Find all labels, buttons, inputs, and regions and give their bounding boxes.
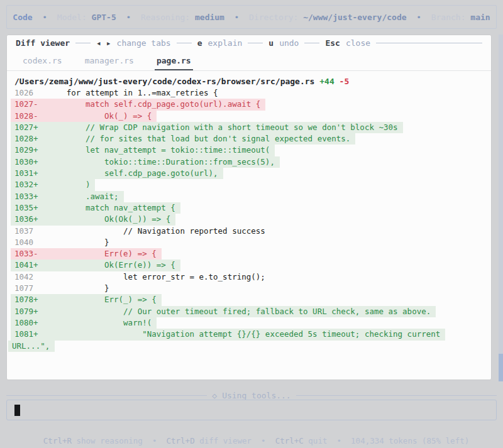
diff-tabs: codex.rsmanager.rspage.rs bbox=[7, 48, 491, 71]
diff-line: 1035+ match nav_attempt { bbox=[7, 202, 491, 214]
shortcut-action: close bbox=[346, 38, 370, 48]
deletions-count: -5 bbox=[340, 77, 350, 86]
line-number: 1026 bbox=[14, 87, 38, 99]
line-number: 1032+ bbox=[14, 179, 38, 190]
diff-line-highlight: 1078+ Err(_) => { bbox=[11, 294, 162, 305]
footer-shortcuts: Ctrl+R show reasoning • Ctrl+D diff view… bbox=[0, 427, 503, 445]
diff-line: 1078+ Err(_) => { bbox=[7, 294, 491, 305]
shortcut-action: explain bbox=[208, 38, 243, 48]
diff-viewer-header: Diff viewer◂ ▸change tabseexplainuundoEs… bbox=[7, 37, 491, 48]
line-text: match self.cdp_page.goto(url).await { bbox=[38, 99, 261, 109]
line-number: 1040 bbox=[14, 237, 38, 248]
diff-line: 1033- Err(e) => { bbox=[7, 248, 491, 260]
diff-line: URL...", bbox=[7, 341, 491, 352]
diff-line-highlight: 1027- match self.cdp_page.goto(url).awai… bbox=[11, 99, 265, 110]
diff-line: 1037 // Navigation reported success bbox=[7, 226, 491, 237]
line-text: } bbox=[38, 238, 109, 247]
header-rule bbox=[248, 43, 263, 43]
diff-viewer-panel: Diff viewer◂ ▸change tabseexplainuundoEs… bbox=[6, 35, 492, 380]
footer-key: Ctrl+C bbox=[275, 436, 309, 445]
line-number: 1030+ bbox=[14, 156, 38, 168]
diff-body: 1026 for attempt in 1..=max_retries {102… bbox=[7, 87, 491, 352]
text-cursor bbox=[14, 405, 20, 416]
footer-label: quit bbox=[308, 436, 327, 445]
separator-dot: • bbox=[327, 436, 351, 445]
line-text: tokio::time::Duration::from_secs(5), bbox=[38, 157, 275, 167]
token-count: 104,334 tokens (85% left) bbox=[351, 436, 469, 445]
diff-line: 1030+ tokio::time::Duration::from_secs(5… bbox=[7, 156, 491, 168]
status-text: Using tools... bbox=[222, 391, 291, 400]
separator-dot: • bbox=[116, 13, 141, 22]
diff-scrollbar[interactable] bbox=[499, 35, 503, 381]
line-text: warn!( bbox=[38, 318, 152, 327]
status-value: main bbox=[470, 13, 490, 22]
diff-line-highlight: 1027+ // Wrap CDP navigation with a shor… bbox=[11, 122, 403, 133]
line-text: let nav_attempt = tokio::time::timeout( bbox=[38, 145, 270, 155]
top-status-bar: Code • Model: GPT-5 • Reasoning: medium … bbox=[6, 5, 497, 29]
line-text: Err(_) => { bbox=[38, 295, 157, 304]
line-number: 1027+ bbox=[14, 122, 38, 133]
diff-line-highlight: 1035+ match nav_attempt { bbox=[11, 202, 180, 214]
footer-key: Ctrl+R bbox=[43, 436, 77, 445]
tab-manager.rs[interactable]: manager.rs bbox=[83, 56, 136, 70]
shortcut-key: ◂ ▸ bbox=[96, 38, 111, 48]
line-number: 1033- bbox=[14, 248, 38, 260]
diff-line-highlight: 1026 for attempt in 1..=max_retries { bbox=[11, 87, 223, 99]
diff-line-highlight: 1028- Ok(_) => { bbox=[11, 111, 157, 122]
status-label: Model: bbox=[57, 13, 92, 22]
message-input[interactable] bbox=[6, 400, 497, 420]
diff-line-highlight: 1040 } bbox=[11, 237, 114, 248]
diff-line-highlight: 1079+ // Our outer timeout fired; fallba… bbox=[11, 306, 436, 317]
diff-line: 1026 for attempt in 1..=max_retries { bbox=[7, 87, 491, 99]
header-rule bbox=[177, 43, 192, 43]
diff-line-highlight: 1028+ // for sites that load but don't s… bbox=[11, 133, 355, 145]
tab-page.rs[interactable]: page.rs bbox=[155, 56, 193, 70]
shortcut-key: Esc bbox=[325, 38, 340, 48]
diff-line-highlight: 1033+ .await; bbox=[11, 191, 124, 202]
header-rule bbox=[304, 43, 319, 43]
line-number: 1036+ bbox=[14, 214, 38, 225]
diff-line: 1079+ // Our outer timeout fired; fallba… bbox=[7, 306, 491, 317]
diff-line: 1041+ Ok(Err(e)) => { bbox=[7, 260, 491, 271]
shortcut-action: change tabs bbox=[117, 38, 171, 48]
shortcut-key: e bbox=[197, 38, 202, 48]
diff-line-highlight: 1081+ "Navigation attempt {}/{} exceeded… bbox=[11, 329, 445, 340]
status-value: GPT-5 bbox=[92, 13, 116, 22]
status-line: ◇ Using tools... bbox=[6, 391, 497, 400]
tab-codex.rs[interactable]: codex.rs bbox=[21, 56, 64, 70]
separator-dot: • bbox=[143, 436, 167, 445]
line-text: } bbox=[38, 283, 109, 293]
status-value: medium bbox=[195, 13, 224, 22]
footer-label: show reasoning bbox=[77, 436, 143, 445]
diff-line: 1027- match self.cdp_page.goto(url).awai… bbox=[7, 99, 491, 110]
line-number: 1027- bbox=[14, 99, 38, 110]
status-label: Directory: bbox=[249, 13, 303, 22]
diff-line: 1036+ Ok(Ok(_)) => { bbox=[7, 214, 491, 225]
line-number: 1037 bbox=[14, 226, 38, 237]
line-text: // for sites that load but don't signal … bbox=[38, 134, 351, 143]
diff-line: 1077 } bbox=[7, 283, 491, 294]
line-number: 1078+ bbox=[14, 294, 38, 305]
diff-line-highlight: 1077 } bbox=[11, 283, 114, 294]
shortcut-key: u bbox=[268, 38, 274, 48]
status-label: Reasoning: bbox=[141, 13, 195, 22]
header-rule bbox=[75, 43, 91, 43]
line-text: let error_str = e.to_string(); bbox=[38, 272, 265, 281]
footer-key: Ctrl+D bbox=[167, 436, 200, 445]
diff-line-highlight: URL...", bbox=[8, 341, 55, 352]
line-number: 1035+ bbox=[14, 202, 38, 214]
line-number: 1031+ bbox=[14, 168, 38, 179]
diff-line-highlight: 1031+ self.cdp_page.goto(url), bbox=[11, 168, 223, 179]
line-number: 1033+ bbox=[14, 191, 38, 202]
scrollbar-thumb[interactable] bbox=[499, 354, 503, 381]
diff-line-highlight: 1037 // Navigation reported success bbox=[11, 226, 270, 237]
line-text: ) bbox=[38, 180, 91, 189]
line-number: 1080+ bbox=[14, 317, 38, 329]
line-text: for attempt in 1..=max_retries { bbox=[38, 88, 218, 97]
line-number: 1079+ bbox=[14, 306, 38, 317]
line-text: .await; bbox=[38, 192, 119, 201]
status-rule-left bbox=[6, 395, 207, 396]
diff-line: 1028+ // for sites that load but don't s… bbox=[7, 133, 491, 145]
separator-dot: • bbox=[252, 436, 275, 445]
diff-line-highlight: 1033- Err(e) => { bbox=[11, 248, 162, 260]
